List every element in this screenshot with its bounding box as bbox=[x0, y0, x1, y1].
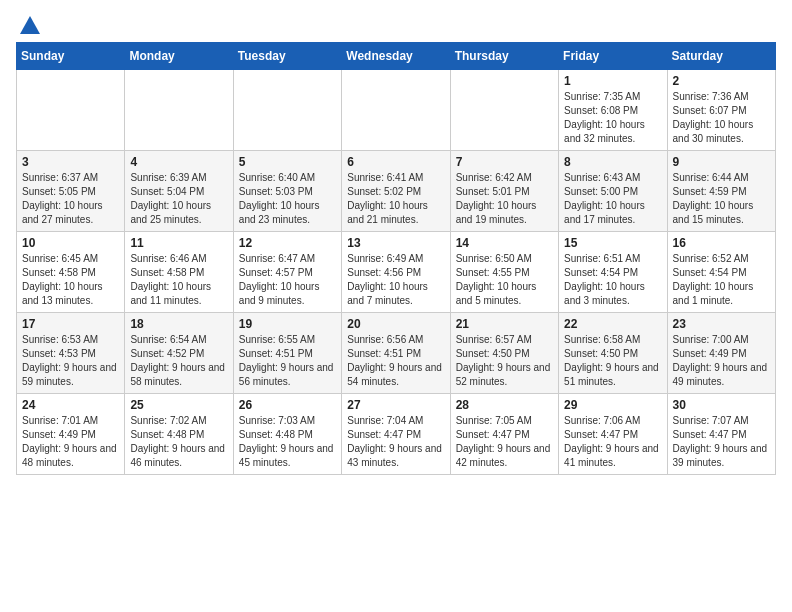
day-number: 15 bbox=[564, 236, 661, 250]
day-info: Sunrise: 7:04 AM Sunset: 4:47 PM Dayligh… bbox=[347, 414, 444, 470]
day-number: 25 bbox=[130, 398, 227, 412]
calendar-header-row: SundayMondayTuesdayWednesdayThursdayFrid… bbox=[17, 43, 776, 70]
calendar-table: SundayMondayTuesdayWednesdayThursdayFrid… bbox=[16, 42, 776, 475]
day-number: 30 bbox=[673, 398, 770, 412]
day-number: 27 bbox=[347, 398, 444, 412]
day-info: Sunrise: 6:52 AM Sunset: 4:54 PM Dayligh… bbox=[673, 252, 770, 308]
day-info: Sunrise: 6:46 AM Sunset: 4:58 PM Dayligh… bbox=[130, 252, 227, 308]
day-number: 17 bbox=[22, 317, 119, 331]
day-number: 29 bbox=[564, 398, 661, 412]
calendar-cell: 6Sunrise: 6:41 AM Sunset: 5:02 PM Daylig… bbox=[342, 151, 450, 232]
calendar-cell: 23Sunrise: 7:00 AM Sunset: 4:49 PM Dayli… bbox=[667, 313, 775, 394]
day-info: Sunrise: 6:54 AM Sunset: 4:52 PM Dayligh… bbox=[130, 333, 227, 389]
day-number: 10 bbox=[22, 236, 119, 250]
day-number: 4 bbox=[130, 155, 227, 169]
calendar-cell: 20Sunrise: 6:56 AM Sunset: 4:51 PM Dayli… bbox=[342, 313, 450, 394]
calendar-cell: 8Sunrise: 6:43 AM Sunset: 5:00 PM Daylig… bbox=[559, 151, 667, 232]
day-number: 16 bbox=[673, 236, 770, 250]
day-info: Sunrise: 7:03 AM Sunset: 4:48 PM Dayligh… bbox=[239, 414, 336, 470]
day-number: 22 bbox=[564, 317, 661, 331]
calendar-cell: 11Sunrise: 6:46 AM Sunset: 4:58 PM Dayli… bbox=[125, 232, 233, 313]
calendar-cell: 14Sunrise: 6:50 AM Sunset: 4:55 PM Dayli… bbox=[450, 232, 558, 313]
day-info: Sunrise: 7:35 AM Sunset: 6:08 PM Dayligh… bbox=[564, 90, 661, 146]
day-info: Sunrise: 6:49 AM Sunset: 4:56 PM Dayligh… bbox=[347, 252, 444, 308]
day-info: Sunrise: 6:51 AM Sunset: 4:54 PM Dayligh… bbox=[564, 252, 661, 308]
day-number: 26 bbox=[239, 398, 336, 412]
day-number: 11 bbox=[130, 236, 227, 250]
calendar-cell: 2Sunrise: 7:36 AM Sunset: 6:07 PM Daylig… bbox=[667, 70, 775, 151]
calendar-cell: 21Sunrise: 6:57 AM Sunset: 4:50 PM Dayli… bbox=[450, 313, 558, 394]
calendar-cell bbox=[125, 70, 233, 151]
calendar-cell bbox=[233, 70, 341, 151]
day-number: 23 bbox=[673, 317, 770, 331]
day-number: 5 bbox=[239, 155, 336, 169]
day-number: 8 bbox=[564, 155, 661, 169]
day-info: Sunrise: 7:00 AM Sunset: 4:49 PM Dayligh… bbox=[673, 333, 770, 389]
logo bbox=[16, 16, 40, 32]
calendar-cell: 17Sunrise: 6:53 AM Sunset: 4:53 PM Dayli… bbox=[17, 313, 125, 394]
calendar-week-row: 3Sunrise: 6:37 AM Sunset: 5:05 PM Daylig… bbox=[17, 151, 776, 232]
day-info: Sunrise: 6:39 AM Sunset: 5:04 PM Dayligh… bbox=[130, 171, 227, 227]
calendar-cell: 12Sunrise: 6:47 AM Sunset: 4:57 PM Dayli… bbox=[233, 232, 341, 313]
day-info: Sunrise: 6:58 AM Sunset: 4:50 PM Dayligh… bbox=[564, 333, 661, 389]
calendar-cell: 24Sunrise: 7:01 AM Sunset: 4:49 PM Dayli… bbox=[17, 394, 125, 475]
calendar-cell: 13Sunrise: 6:49 AM Sunset: 4:56 PM Dayli… bbox=[342, 232, 450, 313]
day-number: 6 bbox=[347, 155, 444, 169]
calendar-cell: 22Sunrise: 6:58 AM Sunset: 4:50 PM Dayli… bbox=[559, 313, 667, 394]
calendar-cell: 9Sunrise: 6:44 AM Sunset: 4:59 PM Daylig… bbox=[667, 151, 775, 232]
day-number: 12 bbox=[239, 236, 336, 250]
day-number: 14 bbox=[456, 236, 553, 250]
day-info: Sunrise: 6:43 AM Sunset: 5:00 PM Dayligh… bbox=[564, 171, 661, 227]
day-number: 21 bbox=[456, 317, 553, 331]
day-info: Sunrise: 7:02 AM Sunset: 4:48 PM Dayligh… bbox=[130, 414, 227, 470]
weekday-header: Wednesday bbox=[342, 43, 450, 70]
day-number: 19 bbox=[239, 317, 336, 331]
day-number: 18 bbox=[130, 317, 227, 331]
day-info: Sunrise: 6:42 AM Sunset: 5:01 PM Dayligh… bbox=[456, 171, 553, 227]
weekday-header: Monday bbox=[125, 43, 233, 70]
day-number: 9 bbox=[673, 155, 770, 169]
calendar-cell: 5Sunrise: 6:40 AM Sunset: 5:03 PM Daylig… bbox=[233, 151, 341, 232]
calendar-cell: 7Sunrise: 6:42 AM Sunset: 5:01 PM Daylig… bbox=[450, 151, 558, 232]
day-info: Sunrise: 6:47 AM Sunset: 4:57 PM Dayligh… bbox=[239, 252, 336, 308]
weekday-header: Saturday bbox=[667, 43, 775, 70]
calendar-cell: 30Sunrise: 7:07 AM Sunset: 4:47 PM Dayli… bbox=[667, 394, 775, 475]
calendar-cell: 18Sunrise: 6:54 AM Sunset: 4:52 PM Dayli… bbox=[125, 313, 233, 394]
day-info: Sunrise: 7:06 AM Sunset: 4:47 PM Dayligh… bbox=[564, 414, 661, 470]
calendar-week-row: 17Sunrise: 6:53 AM Sunset: 4:53 PM Dayli… bbox=[17, 313, 776, 394]
day-info: Sunrise: 6:45 AM Sunset: 4:58 PM Dayligh… bbox=[22, 252, 119, 308]
calendar-cell: 15Sunrise: 6:51 AM Sunset: 4:54 PM Dayli… bbox=[559, 232, 667, 313]
day-info: Sunrise: 6:40 AM Sunset: 5:03 PM Dayligh… bbox=[239, 171, 336, 227]
day-info: Sunrise: 7:01 AM Sunset: 4:49 PM Dayligh… bbox=[22, 414, 119, 470]
day-info: Sunrise: 6:44 AM Sunset: 4:59 PM Dayligh… bbox=[673, 171, 770, 227]
weekday-header: Tuesday bbox=[233, 43, 341, 70]
day-number: 7 bbox=[456, 155, 553, 169]
calendar-cell: 16Sunrise: 6:52 AM Sunset: 4:54 PM Dayli… bbox=[667, 232, 775, 313]
calendar-cell: 28Sunrise: 7:05 AM Sunset: 4:47 PM Dayli… bbox=[450, 394, 558, 475]
day-info: Sunrise: 7:05 AM Sunset: 4:47 PM Dayligh… bbox=[456, 414, 553, 470]
calendar-week-row: 24Sunrise: 7:01 AM Sunset: 4:49 PM Dayli… bbox=[17, 394, 776, 475]
calendar-week-row: 1Sunrise: 7:35 AM Sunset: 6:08 PM Daylig… bbox=[17, 70, 776, 151]
page-header bbox=[16, 16, 776, 32]
calendar-cell: 19Sunrise: 6:55 AM Sunset: 4:51 PM Dayli… bbox=[233, 313, 341, 394]
calendar-week-row: 10Sunrise: 6:45 AM Sunset: 4:58 PM Dayli… bbox=[17, 232, 776, 313]
day-number: 3 bbox=[22, 155, 119, 169]
day-info: Sunrise: 6:57 AM Sunset: 4:50 PM Dayligh… bbox=[456, 333, 553, 389]
day-number: 2 bbox=[673, 74, 770, 88]
weekday-header: Sunday bbox=[17, 43, 125, 70]
calendar-cell: 27Sunrise: 7:04 AM Sunset: 4:47 PM Dayli… bbox=[342, 394, 450, 475]
day-info: Sunrise: 6:56 AM Sunset: 4:51 PM Dayligh… bbox=[347, 333, 444, 389]
day-info: Sunrise: 7:36 AM Sunset: 6:07 PM Dayligh… bbox=[673, 90, 770, 146]
calendar-cell: 29Sunrise: 7:06 AM Sunset: 4:47 PM Dayli… bbox=[559, 394, 667, 475]
weekday-header: Thursday bbox=[450, 43, 558, 70]
day-info: Sunrise: 6:41 AM Sunset: 5:02 PM Dayligh… bbox=[347, 171, 444, 227]
day-number: 24 bbox=[22, 398, 119, 412]
day-number: 13 bbox=[347, 236, 444, 250]
weekday-header: Friday bbox=[559, 43, 667, 70]
calendar-cell: 1Sunrise: 7:35 AM Sunset: 6:08 PM Daylig… bbox=[559, 70, 667, 151]
day-info: Sunrise: 6:50 AM Sunset: 4:55 PM Dayligh… bbox=[456, 252, 553, 308]
day-number: 28 bbox=[456, 398, 553, 412]
day-number: 20 bbox=[347, 317, 444, 331]
day-info: Sunrise: 6:55 AM Sunset: 4:51 PM Dayligh… bbox=[239, 333, 336, 389]
calendar-cell: 4Sunrise: 6:39 AM Sunset: 5:04 PM Daylig… bbox=[125, 151, 233, 232]
